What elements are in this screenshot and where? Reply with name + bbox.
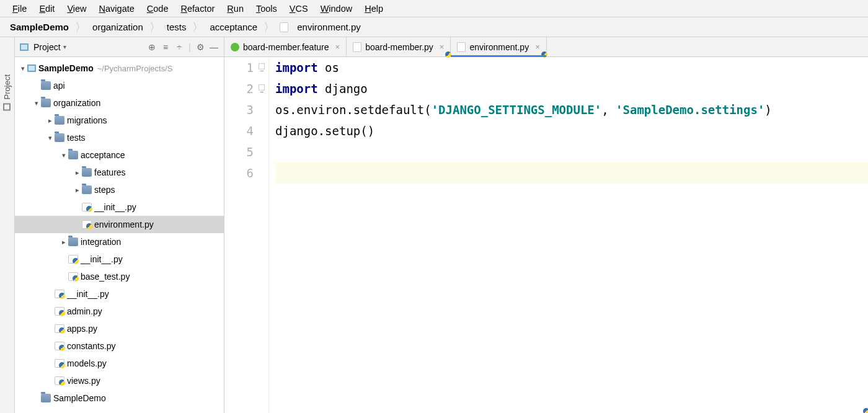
chevron-right-icon[interactable]: ▸ — [73, 169, 82, 177]
hide-panel-icon[interactable]: — — [209, 42, 219, 52]
tree-node[interactable]: models.py — [15, 355, 224, 372]
tab-label: environment.py — [469, 42, 529, 52]
tree-root[interactable]: ▾ SampleDemo ~/PycharmProjects/S — [15, 60, 224, 77]
project-tree[interactable]: ▾ SampleDemo ~/PycharmProjects/S api▾org… — [15, 57, 224, 413]
expand-all-icon[interactable]: ≡ — [161, 42, 170, 52]
python-file-icon — [55, 324, 64, 333]
menu-window[interactable]: Window — [314, 2, 359, 15]
python-file-icon — [55, 376, 64, 385]
module-icon — [27, 64, 36, 72]
tree-node[interactable]: __init__.py — [15, 198, 224, 216]
python-file-icon — [55, 290, 64, 298]
menu-view[interactable]: View — [61, 2, 92, 15]
line-number[interactable]: 1 — [224, 57, 254, 78]
code-editor[interactable]: 123456 import osimport djangoos.environ.… — [224, 57, 868, 413]
tree-node-label: views.py — [67, 376, 100, 386]
editor-tab[interactable]: board-member.py× — [347, 37, 451, 56]
code-line[interactable]: import os — [275, 57, 868, 78]
menu-help[interactable]: Help — [358, 2, 389, 15]
code-line[interactable] — [275, 141, 868, 162]
editor-tab[interactable]: environment.py× — [451, 37, 546, 56]
editor-code[interactable]: import osimport djangoos.environ.setdefa… — [269, 57, 868, 413]
tree-node[interactable]: __init__.py — [15, 285, 224, 303]
chevron-down-icon[interactable]: ▾ — [46, 134, 55, 142]
menu-edit[interactable]: Edit — [33, 2, 61, 15]
breadcrumb-item[interactable]: acceptance — [208, 22, 259, 32]
menu-file[interactable]: File — [6, 2, 33, 15]
chevron-right-icon[interactable]: ▸ — [60, 238, 68, 246]
chevron-right-icon[interactable]: ▸ — [46, 117, 55, 125]
python-file-icon — [82, 203, 92, 211]
breadcrumb-item[interactable]: organization — [91, 22, 144, 32]
tree-node-label: apps.py — [67, 324, 97, 334]
tool-window-strip[interactable]: Project — [0, 37, 15, 413]
tree-node[interactable]: SampleDemo — [15, 389, 224, 407]
python-file-icon — [457, 42, 466, 52]
chevron-down-icon[interactable]: ▾ — [60, 151, 68, 159]
close-tab-icon[interactable]: × — [533, 42, 540, 51]
folder-icon — [68, 151, 78, 159]
line-number[interactable]: 5 — [224, 141, 254, 162]
fold-handle-icon[interactable] — [259, 63, 265, 69]
tree-root-path: ~/PycharmProjects/S — [97, 64, 173, 73]
fold-handle-icon[interactable] — [259, 84, 265, 91]
menu-refactor[interactable]: Refactor — [175, 2, 221, 15]
tree-node-label: features — [94, 167, 126, 177]
chevron-down-icon[interactable]: ▾ — [19, 64, 27, 73]
breadcrumb-item[interactable]: environment.py — [296, 22, 362, 32]
tree-node[interactable]: views.py — [15, 372, 224, 389]
folder-icon — [41, 99, 51, 107]
tree-node-label: __init__.py — [81, 254, 123, 264]
close-tab-icon[interactable]: × — [437, 42, 445, 51]
folder-icon — [55, 133, 64, 142]
menu-run[interactable]: Run — [221, 2, 250, 15]
tree-node[interactable]: ▾tests — [15, 129, 224, 146]
tree-node[interactable]: ▾acceptance — [15, 146, 224, 164]
line-number[interactable]: 4 — [224, 120, 254, 141]
tree-node[interactable]: ▾organization — [15, 94, 224, 112]
chevron-right-icon[interactable]: ▸ — [73, 186, 82, 194]
line-number[interactable]: 6 — [224, 162, 254, 184]
code-line[interactable] — [275, 162, 868, 184]
collapse-all-icon[interactable]: ÷ — [174, 42, 184, 52]
tree-node[interactable]: ▸migrations — [15, 112, 224, 129]
tree-node[interactable]: base_test.py — [15, 268, 224, 285]
tree-node-label: __init__.py — [94, 202, 136, 212]
editor-area: board-member.feature×board-member.py×env… — [224, 37, 868, 413]
tree-node[interactable]: api — [15, 77, 224, 94]
breadcrumb-item[interactable]: SampleDemo — [9, 22, 70, 32]
tree-node[interactable]: constants.py — [15, 337, 224, 355]
tab-label: board-member.feature — [243, 42, 329, 52]
tree-node[interactable]: ▸steps — [15, 181, 224, 198]
line-number[interactable]: 2 — [224, 78, 254, 99]
breadcrumb: SampleDemo〉organization〉tests〉acceptance… — [0, 17, 868, 37]
project-tool-tab[interactable]: Project — [2, 74, 12, 110]
tree-node[interactable]: __init__.py — [15, 251, 224, 268]
menu-navigate[interactable]: Navigate — [93, 2, 141, 15]
editor-gutter[interactable]: 123456 — [224, 57, 269, 413]
tab-label: board-member.py — [365, 42, 433, 52]
tree-node-label: acceptance — [81, 150, 125, 160]
chevron-down-icon[interactable]: ▾ — [32, 99, 41, 107]
editor-tabbar: board-member.feature×board-member.py×env… — [224, 37, 868, 57]
menu-tools[interactable]: Tools — [250, 2, 283, 15]
menu-code[interactable]: Code — [141, 2, 175, 15]
python-file-icon — [55, 307, 64, 316]
editor-tab[interactable]: board-member.feature× — [224, 37, 347, 56]
tree-node[interactable]: environment.py — [15, 216, 224, 233]
close-tab-icon[interactable]: × — [333, 42, 340, 51]
project-panel-title[interactable]: Project ▾ — [20, 42, 66, 52]
code-line[interactable]: django.setup() — [275, 120, 868, 141]
line-number[interactable]: 3 — [224, 99, 254, 120]
settings-gear-icon[interactable]: ⚙ — [195, 42, 205, 52]
code-line[interactable]: import django — [275, 78, 868, 99]
menu-vcs[interactable]: VCS — [283, 2, 314, 15]
tree-node[interactable]: apps.py — [15, 320, 224, 337]
breadcrumb-item[interactable]: tests — [166, 22, 188, 32]
tree-node[interactable]: ▸features — [15, 164, 224, 181]
tree-node[interactable]: ▸integration — [15, 233, 224, 251]
locate-icon[interactable]: ⊕ — [147, 42, 157, 52]
code-line[interactable]: os.environ.setdefault('DJANGO_SETTINGS_M… — [275, 99, 868, 120]
tree-node[interactable]: admin.py — [15, 303, 224, 320]
python-file-icon — [280, 22, 288, 32]
